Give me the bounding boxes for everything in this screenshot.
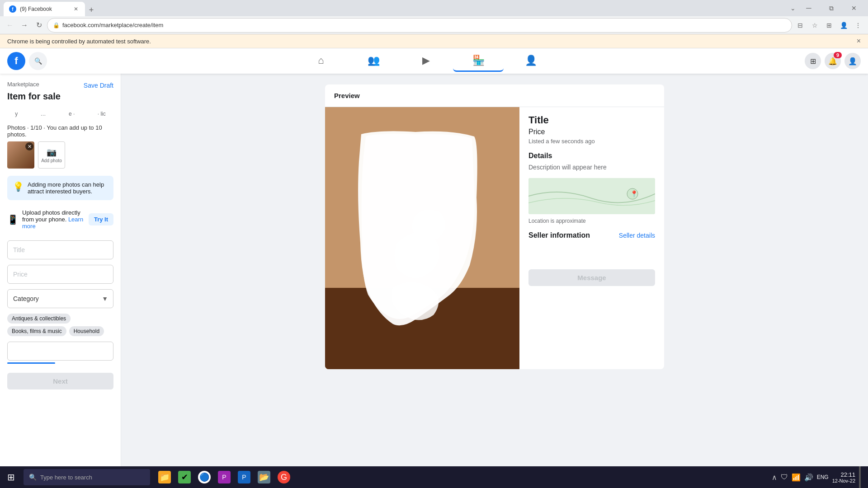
nav-friends[interactable]: 👥 xyxy=(348,50,399,72)
address-bar[interactable]: 🔒 facebook.com/marketplace/create/item xyxy=(47,18,792,33)
restore-button[interactable]: ⧉ xyxy=(821,1,842,15)
add-photo-icon: 📷 xyxy=(47,147,57,157)
browser-tabs: f (9) Facebook ✕ + xyxy=(4,0,98,16)
browser-toolbar: ← → ↻ 🔒 facebook.com/marketplace/create/… xyxy=(0,16,868,34)
automation-close-button[interactable]: × xyxy=(857,37,861,45)
bookmark-icon[interactable]: ☆ xyxy=(808,19,821,32)
menu-icon[interactable]: ⋮ xyxy=(852,19,864,32)
close-button[interactable]: ✕ xyxy=(844,1,864,15)
seller-details-link[interactable]: Seller details xyxy=(619,232,655,239)
preview-location-note: Location is approximate xyxy=(528,218,655,224)
extensions-icon[interactable]: ⊞ xyxy=(823,19,835,32)
location-field xyxy=(7,342,113,364)
create-listing-sidebar: Marketplace Item for sale Save Draft y …… xyxy=(0,74,121,467)
photos-grid: ✕ 📷 Add photo xyxy=(7,141,113,169)
browser-chrome: f (9) Facebook ✕ + ⌄ ─ ⧉ ✕ ← → ↻ 🔒 faceb… xyxy=(0,0,868,48)
preview-map: 📍 xyxy=(528,178,655,214)
preview-seller-header: Seller information Seller details xyxy=(528,231,655,239)
tab-close-button[interactable]: ✕ xyxy=(72,5,80,13)
photos-section: Photos · 1/10 · You can add up to 10 pho… xyxy=(7,124,113,169)
visibility-dots: … xyxy=(41,111,46,117)
show-desktop-button[interactable] xyxy=(859,466,861,467)
preview-card: Preview xyxy=(325,84,664,369)
photo-thumbnail: ✕ xyxy=(7,141,34,169)
learn-more-link[interactable]: Learn more xyxy=(22,216,83,230)
visibility-y: y xyxy=(15,111,18,117)
preview-content: Title Price Listed a few seconds ago Det… xyxy=(325,107,664,369)
facebook-main: Marketplace Item for sale Save Draft y …… xyxy=(0,74,868,467)
visibility-lic: · lic xyxy=(98,111,106,117)
nav-watch[interactable]: ▶ xyxy=(401,50,451,72)
back-button[interactable]: ← xyxy=(4,19,16,32)
facebook-app: f 🔍 ⌂ 👥 ▶ 🏪 👤 ⊞ 🔔 9 👤 Marketpla xyxy=(0,48,868,467)
forward-button[interactable]: → xyxy=(18,19,31,32)
save-draft-button[interactable]: Save Draft xyxy=(84,82,113,89)
reload-button[interactable]: ↻ xyxy=(33,19,45,32)
nav-home[interactable]: ⌂ xyxy=(296,50,346,72)
preview-description: Description will appear here xyxy=(528,164,655,171)
visibility-e: e · xyxy=(69,111,75,117)
message-button[interactable]: Message xyxy=(528,269,655,286)
taskbar-right: ∧ 🛡 📶 🔊 ENG 22:11 12-Nov-22 xyxy=(764,466,868,467)
browser-tab-active[interactable]: f (9) Facebook ✕ xyxy=(4,2,85,16)
notifications-button[interactable]: 🔔 9 xyxy=(825,53,841,69)
cast-icon[interactable]: ⊟ xyxy=(794,19,807,32)
next-button[interactable]: Next xyxy=(7,373,113,389)
map-image: 📍 xyxy=(528,178,655,214)
photo-delete-button[interactable]: ✕ xyxy=(25,142,33,150)
minimize-button[interactable]: ─ xyxy=(798,1,819,15)
hint-icon: 💡 xyxy=(13,181,24,192)
preview-seller-label: Seller information xyxy=(528,231,590,239)
chip-household[interactable]: Household xyxy=(69,326,104,336)
marketplace-label: Marketplace xyxy=(7,81,61,88)
add-photo-label: Add photo xyxy=(41,158,62,163)
chip-antiques[interactable]: Antiques & collectibles xyxy=(7,314,71,324)
chip-books[interactable]: Books, films & music xyxy=(7,326,66,336)
photos-label: Photos · 1/10 · You can add up to 10 pho… xyxy=(7,124,113,138)
browser-titlebar: f (9) Facebook ✕ + ⌄ ─ ⧉ ✕ xyxy=(0,0,868,16)
preview-photo xyxy=(325,107,519,369)
search-button[interactable]: 🔍 xyxy=(29,52,47,70)
category-select[interactable]: Category Antiques & collectibles Books, … xyxy=(7,289,113,308)
add-photo-button[interactable]: 📷 Add photo xyxy=(38,141,65,169)
preview-details: Title Price Listed a few seconds ago Det… xyxy=(519,107,664,369)
facebook-nav: ⌂ 👥 ▶ 🏪 👤 xyxy=(51,50,801,72)
page-title: Item for sale xyxy=(7,91,61,102)
price-input[interactable] xyxy=(7,265,113,284)
preview-price: Price xyxy=(528,128,655,136)
new-tab-button[interactable]: + xyxy=(85,4,98,16)
try-it-button[interactable]: Try It xyxy=(89,213,113,225)
automation-bar-text: Chrome is being controlled by automated … xyxy=(7,38,151,45)
price-field xyxy=(7,265,113,284)
url-text: facebook.com/marketplace/create/item xyxy=(62,22,786,28)
preview-panel: Preview xyxy=(121,74,868,467)
preview-details-label: Details xyxy=(528,152,655,160)
notification-badge: 9 xyxy=(834,52,842,58)
title-field xyxy=(7,240,113,259)
visibility-row: y … e · · lic xyxy=(7,111,113,117)
facebook-header: f 🔍 ⌂ 👥 ▶ 🏪 👤 ⊞ 🔔 9 👤 xyxy=(0,48,868,74)
nav-groups[interactable]: 👤 xyxy=(505,50,556,72)
preview-header-label: Preview xyxy=(325,84,664,107)
category-field: Category Antiques & collectibles Books, … xyxy=(7,289,113,308)
category-chips: Antiques & collectibles Books, films & m… xyxy=(7,314,113,336)
facebook-logo[interactable]: f xyxy=(7,52,25,70)
secure-icon: 🔒 xyxy=(53,22,60,28)
tab-favicon: f xyxy=(9,5,16,13)
start-button[interactable]: ⊞ xyxy=(0,466,22,467)
phone-upload-row: 📱 Upload photos directly from your phone… xyxy=(7,206,113,233)
title-input[interactable] xyxy=(7,240,113,259)
tab-title: (9) Facebook xyxy=(20,6,69,12)
nav-marketplace[interactable]: 🏪 xyxy=(453,50,504,72)
account-button[interactable]: 👤 xyxy=(844,53,861,69)
profile-icon[interactable]: 👤 xyxy=(837,19,850,32)
location-progress xyxy=(7,362,55,364)
window-dropdown[interactable]: ⌄ xyxy=(789,5,797,12)
preview-listed-time: Listed a few seconds ago xyxy=(528,138,655,145)
phone-upload-text: Upload photos directly from your phone. … xyxy=(22,209,85,230)
preview-image-area xyxy=(325,107,519,369)
preview-title: Title xyxy=(528,114,655,126)
preview-seller-info xyxy=(528,243,655,266)
apps-button[interactable]: ⊞ xyxy=(805,53,821,69)
location-input[interactable] xyxy=(7,342,113,361)
